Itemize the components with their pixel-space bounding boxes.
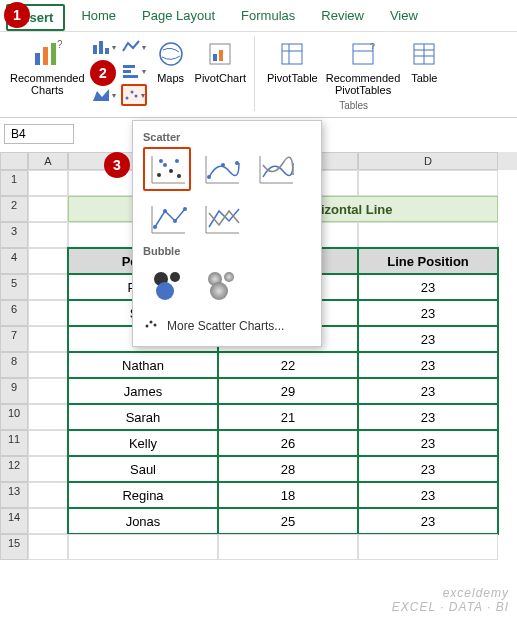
cell-line-position[interactable]: 23	[358, 456, 498, 482]
empty-cell[interactable]	[28, 430, 68, 456]
empty-cell[interactable]	[28, 248, 68, 274]
row-header[interactable]: 6	[0, 300, 28, 326]
empty-cell[interactable]	[358, 534, 498, 560]
row-header[interactable]: 2	[0, 196, 28, 222]
scatter-smooth-option[interactable]	[251, 147, 299, 191]
row-header[interactable]: 1	[0, 170, 28, 196]
svg-point-56	[224, 272, 234, 282]
col-header-d[interactable]: D	[358, 152, 498, 170]
cell-line-position[interactable]: 23	[358, 482, 498, 508]
maps-button[interactable]: Maps	[153, 36, 189, 86]
svg-point-46	[153, 225, 157, 229]
svg-rect-17	[213, 54, 217, 61]
tab-view[interactable]: View	[380, 4, 428, 31]
svg-rect-9	[123, 70, 131, 73]
recommended-charts-button[interactable]: ? Recommended Charts	[8, 36, 87, 98]
scatter-smooth-markers-option[interactable]	[197, 147, 245, 191]
bubble-3d-option[interactable]	[197, 261, 245, 305]
empty-cell[interactable]	[358, 222, 498, 248]
cell-value[interactable]: 26	[218, 430, 358, 456]
row-header[interactable]: 9	[0, 378, 28, 404]
cell-line-position[interactable]: 23	[358, 274, 498, 300]
pivotchart-button[interactable]: PivotChart	[193, 36, 248, 86]
row-header[interactable]: 8	[0, 352, 28, 378]
cell-value[interactable]: 25	[218, 508, 358, 534]
scatter-straight-option[interactable]	[197, 197, 245, 241]
tab-review[interactable]: Review	[311, 4, 374, 31]
tables-group: PivotTable ? Recommended PivotTables Tab…	[259, 36, 448, 111]
empty-cell[interactable]	[68, 534, 218, 560]
empty-cell[interactable]	[28, 378, 68, 404]
select-all-corner[interactable]	[0, 152, 28, 170]
cell-people[interactable]: Regina	[68, 482, 218, 508]
more-scatter-charts[interactable]: More Scatter Charts...	[141, 313, 313, 338]
scatter-option[interactable]	[143, 147, 191, 191]
col-header-a[interactable]: A	[28, 152, 68, 170]
tab-home[interactable]: Home	[71, 4, 126, 31]
row-header[interactable]: 13	[0, 482, 28, 508]
cell-value[interactable]: 28	[218, 456, 358, 482]
empty-cell[interactable]	[28, 196, 68, 222]
empty-cell[interactable]	[28, 456, 68, 482]
svg-rect-4	[93, 45, 97, 54]
cell-line-position[interactable]: 23	[358, 508, 498, 534]
svg-point-59	[150, 321, 153, 324]
empty-cell[interactable]	[358, 170, 498, 196]
name-box[interactable]: B4	[4, 124, 74, 144]
callout-3: 3	[104, 152, 130, 178]
svg-rect-2	[51, 43, 56, 65]
cell-people[interactable]: Sarah	[68, 404, 218, 430]
empty-cell[interactable]	[28, 326, 68, 352]
cell-people[interactable]: Saul	[68, 456, 218, 482]
row-header[interactable]: 4	[0, 248, 28, 274]
empty-cell[interactable]	[28, 482, 68, 508]
cell-line-position[interactable]: 23	[358, 326, 498, 352]
row-header[interactable]: 15	[0, 534, 28, 560]
row-header[interactable]: 12	[0, 456, 28, 482]
empty-cell[interactable]	[28, 222, 68, 248]
cell-line-position[interactable]: 23	[358, 300, 498, 326]
row-header[interactable]: 14	[0, 508, 28, 534]
cell-people[interactable]: Nathan	[68, 352, 218, 378]
pivottable-button[interactable]: PivotTable	[265, 36, 320, 98]
empty-cell[interactable]	[28, 534, 68, 560]
empty-cell[interactable]	[28, 170, 68, 196]
cell-line-position[interactable]: 23	[358, 352, 498, 378]
empty-cell[interactable]	[28, 508, 68, 534]
tab-formulas[interactable]: Formulas	[231, 4, 305, 31]
row-header[interactable]: 7	[0, 326, 28, 352]
column-chart-icon[interactable]: ▾	[91, 36, 117, 58]
svg-point-54	[156, 282, 174, 300]
bubble-option[interactable]	[143, 261, 191, 305]
scatter-chart-button[interactable]: ▾	[121, 84, 147, 106]
cell-people[interactable]: Jonas	[68, 508, 218, 534]
header-line-position[interactable]: Line Position	[358, 248, 498, 274]
cell-value[interactable]: 29	[218, 378, 358, 404]
line-chart-icon[interactable]: ▾	[121, 36, 147, 58]
table-button[interactable]: Table	[406, 36, 442, 98]
row-header[interactable]: 5	[0, 274, 28, 300]
cell-line-position[interactable]: 23	[358, 378, 498, 404]
empty-cell[interactable]	[28, 352, 68, 378]
svg-point-60	[154, 324, 157, 327]
area-chart-icon[interactable]: ▾	[91, 84, 117, 106]
cell-value[interactable]: 18	[218, 482, 358, 508]
cell-people[interactable]: Kelly	[68, 430, 218, 456]
row-header[interactable]: 10	[0, 404, 28, 430]
empty-cell[interactable]	[28, 274, 68, 300]
cell-line-position[interactable]: 23	[358, 404, 498, 430]
empty-cell[interactable]	[218, 534, 358, 560]
scatter-straight-markers-option[interactable]	[143, 197, 191, 241]
empty-cell[interactable]	[28, 300, 68, 326]
empty-cell[interactable]	[28, 404, 68, 430]
svg-point-57	[210, 282, 228, 300]
cell-value[interactable]: 22	[218, 352, 358, 378]
recommended-pivottables-button[interactable]: ? Recommended PivotTables	[324, 36, 403, 98]
tab-page-layout[interactable]: Page Layout	[132, 4, 225, 31]
cell-line-position[interactable]: 23	[358, 430, 498, 456]
cell-people[interactable]: James	[68, 378, 218, 404]
row-header[interactable]: 11	[0, 430, 28, 456]
row-header[interactable]: 3	[0, 222, 28, 248]
bar-chart-icon[interactable]: ▾	[121, 60, 147, 82]
cell-value[interactable]: 21	[218, 404, 358, 430]
